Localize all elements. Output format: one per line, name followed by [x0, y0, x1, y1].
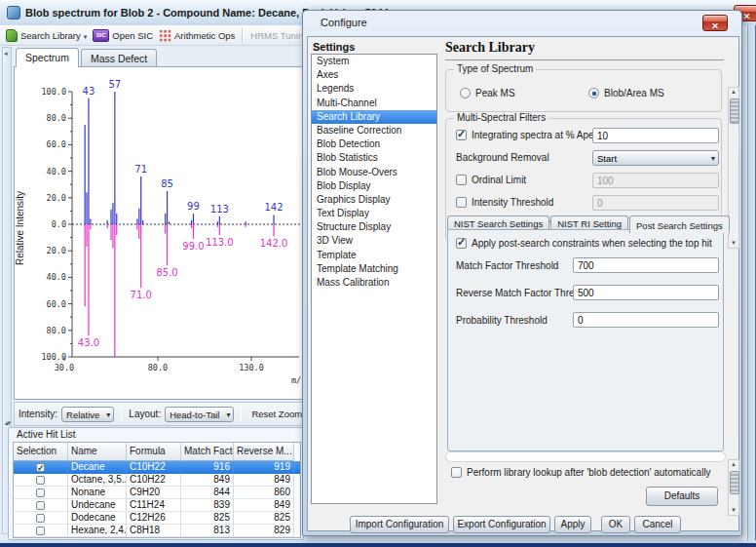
- settings-item-system[interactable]: System: [312, 55, 436, 68]
- scroll-up-icon[interactable]: [729, 460, 738, 469]
- settings-item-multi-channel[interactable]: Multi-Channel: [312, 97, 436, 110]
- scroll-up-icon[interactable]: [729, 88, 738, 97]
- scrollbar-thumb[interactable]: [730, 471, 739, 494]
- scrollbar-thumb[interactable]: [730, 98, 739, 124]
- settings-item-blob-statistics[interactable]: Blob Statistics: [312, 151, 436, 165]
- library-icon: [6, 29, 18, 42]
- svg-text:71: 71: [134, 164, 147, 175]
- settings-item-search-library[interactable]: Search Library: [312, 110, 436, 124]
- dialog-titlebar[interactable]: Configure: [303, 11, 741, 36]
- perform-lookup-label: Perform library lookup after 'blob detec…: [467, 467, 711, 478]
- intensity-threshold-checkbox[interactable]: [456, 197, 467, 208]
- table-row[interactable]: Hexane, 2,4...C8H18813829: [14, 525, 300, 537]
- toolbar-separator: [242, 28, 244, 43]
- cancel-button[interactable]: Cancel: [634, 516, 681, 533]
- settings-item-mass-calibration[interactable]: Mass Calibration: [312, 276, 436, 290]
- table-row[interactable]: TridecaneC13H28811828: [14, 537, 300, 538]
- cell-c2: C13H28: [127, 537, 181, 538]
- svg-text:85: 85: [161, 178, 173, 189]
- intensity-threshold-label: Intensity Threshold: [472, 197, 553, 208]
- settings-item-structure-display[interactable]: Structure Display: [312, 220, 436, 234]
- cell-c3: 839: [181, 499, 234, 512]
- peak-ms-radio[interactable]: [460, 88, 471, 98]
- tab-mass-defect[interactable]: Mass Defect: [81, 49, 157, 66]
- settings-item-template[interactable]: Template: [312, 249, 436, 262]
- table-row[interactable]: NonaneC9H20844860: [14, 487, 300, 499]
- column-header-selection[interactable]: Selection: [14, 443, 68, 461]
- window-bottom-edge: [0, 543, 756, 547]
- arithmetic-ops-button[interactable]: Arithmetic Ops: [157, 28, 237, 43]
- probability-threshold-label: Probability Threshold: [456, 315, 548, 326]
- scroll-down-icon[interactable]: [729, 506, 738, 515]
- row-checkbox[interactable]: [36, 514, 45, 523]
- scroll-down-icon[interactable]: [729, 239, 738, 248]
- table-row[interactable]: DecaneC10H22916919: [14, 461, 300, 474]
- vertical-scrollbar[interactable]: [728, 87, 739, 249]
- tab-spectrum[interactable]: Spectrum: [16, 48, 79, 67]
- ordinal-limit-checkbox[interactable]: [456, 175, 467, 185]
- row-checkbox[interactable]: [36, 501, 45, 510]
- mass-spectrum-chart[interactable]: 100.080.060.040.020.00.020.040.060.080.0…: [15, 67, 307, 399]
- cell-c1: Nonane: [68, 487, 127, 499]
- settings-item-blob-detection[interactable]: Blob Detection: [312, 137, 436, 151]
- row-checkbox[interactable]: [36, 527, 45, 535]
- apply-constraints-checkbox[interactable]: [456, 238, 467, 249]
- apply-button[interactable]: Apply: [554, 516, 591, 533]
- row-checkbox[interactable]: [36, 488, 45, 497]
- svg-text:85.0: 85.0: [156, 267, 177, 278]
- column-header-match-factor[interactable]: Match Factor: [181, 443, 234, 461]
- probability-threshold-input[interactable]: 0: [573, 312, 719, 328]
- background-removal-combo[interactable]: Start: [592, 150, 719, 166]
- screen: Blob spectrum for Blob 2 - Compound Name…: [0, 0, 756, 547]
- tab-post-search-settings[interactable]: Post Search Settings: [629, 215, 730, 233]
- sic-icon: [93, 29, 109, 42]
- multi-spectral-filters-label: Multi-Spectral Filters: [454, 112, 548, 123]
- search-library-button[interactable]: Search Library: [4, 28, 89, 43]
- cell-c1: Undecane: [68, 499, 127, 512]
- splitter-handle[interactable]: ▴▾: [5, 419, 10, 427]
- import-configuration-button[interactable]: Import Configuration: [350, 516, 449, 533]
- intensity-threshold-input[interactable]: 0: [592, 195, 719, 211]
- perform-lookup-checkbox[interactable]: [451, 467, 462, 478]
- ordinal-limit-input[interactable]: 100: [592, 173, 719, 188]
- settings-item-baseline-correction[interactable]: Baseline Correction: [312, 124, 436, 137]
- settings-item-blob-mouse-overs[interactable]: Blob Mouse-Overs: [312, 166, 436, 179]
- reverse-match-factor-threshold-input[interactable]: 500: [573, 285, 719, 300]
- column-header-reverse-m[interactable]: Reverse M...: [234, 443, 294, 461]
- settings-item-text-display[interactable]: Text Display: [312, 207, 436, 220]
- settings-item-3d-view[interactable]: 3D View: [312, 234, 436, 248]
- ordinal-limit-label: Ordinal Limit: [472, 175, 526, 185]
- dialog-close-button[interactable]: [702, 15, 728, 31]
- type-of-spectrum-group: Type of Spectrum Peak MS Blob/Area MS: [445, 69, 722, 112]
- defaults-button[interactable]: Defaults: [646, 487, 718, 506]
- layout-combo[interactable]: Head-to-Tail: [165, 407, 234, 422]
- ok-button[interactable]: OK: [601, 516, 630, 533]
- horizontal-scrollbar[interactable]: [445, 451, 726, 462]
- column-header-formula[interactable]: Formula: [127, 443, 181, 461]
- settings-item-axes[interactable]: Axes: [312, 68, 436, 82]
- integrating-checkbox[interactable]: [456, 130, 467, 140]
- vertical-scrollbar[interactable]: [728, 459, 739, 516]
- blob-area-ms-radio[interactable]: [588, 88, 599, 98]
- integrating-input[interactable]: 10: [592, 128, 719, 143]
- settings-item-legends[interactable]: Legends: [312, 82, 436, 96]
- match-factor-threshold-label: Match Factor Threshold: [456, 260, 558, 271]
- row-checkbox[interactable]: [36, 476, 45, 485]
- svg-text:43.0: 43.0: [78, 337, 99, 348]
- background-removal-label: Background Removal: [456, 152, 549, 163]
- column-header-name[interactable]: Name: [68, 443, 127, 461]
- match-factor-threshold-input[interactable]: 700: [573, 257, 719, 273]
- open-sic-button[interactable]: Open SIC: [91, 28, 155, 43]
- row-checkbox[interactable]: [36, 463, 45, 472]
- table-row[interactable]: UndecaneC11H24839849: [14, 499, 300, 512]
- type-of-spectrum-label: Type of Spectrum: [454, 63, 536, 74]
- table-row[interactable]: Octane, 3,5...C10H22849849: [14, 474, 300, 487]
- settings-item-graphics-display[interactable]: Graphics Display: [312, 193, 436, 207]
- settings-item-blob-display[interactable]: Blob Display: [312, 179, 436, 193]
- settings-label: Settings: [313, 41, 355, 53]
- export-configuration-button[interactable]: Export Configuration: [453, 516, 550, 533]
- settings-item-template-matching[interactable]: Template Matching: [312, 262, 436, 276]
- table-row[interactable]: DodecaneC12H26825825: [14, 512, 300, 525]
- intensity-combo[interactable]: Relative: [61, 407, 114, 422]
- dialog-title: Configure: [321, 17, 367, 28]
